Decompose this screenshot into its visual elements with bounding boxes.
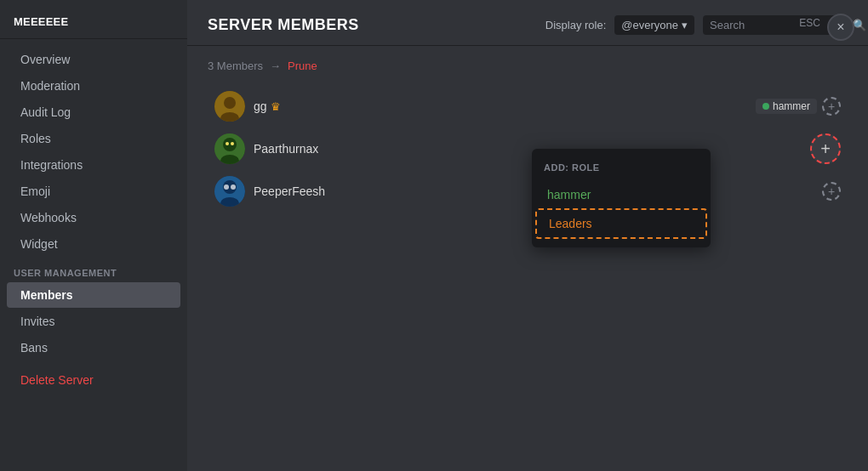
member-row-gg: gg ♛ hammer +: [208, 86, 848, 127]
role-option-hammer[interactable]: hammer: [535, 181, 707, 208]
sidebar-item-bans[interactable]: Bans: [7, 335, 180, 360]
members-bar: 3 Members → Prune: [208, 60, 848, 72]
display-role-select[interactable]: @everyone ▾: [614, 15, 694, 35]
member-name-gg: gg ♛: [254, 99, 747, 113]
sidebar-item-members[interactable]: Members: [7, 282, 180, 308]
member-row-peeperfeesh: PeeperFeesh +: [208, 171, 848, 212]
close-button[interactable]: ×: [827, 14, 854, 41]
sidebar-item-emoji[interactable]: Emoji: [7, 179, 180, 204]
member-roles-paarthurnax: +: [810, 133, 841, 164]
role-dot: [762, 103, 769, 110]
member-name-paarthurnax: Paarthurnax: [254, 142, 802, 156]
sidebar-item-moderation[interactable]: Moderation: [7, 73, 180, 99]
search-icon: 🔍: [853, 19, 866, 31]
add-label: ADD:: [544, 162, 569, 173]
page-title: SERVER MEMBERS: [208, 16, 359, 34]
sidebar-nav: Overview Moderation Audit Log Roles Inte…: [0, 39, 187, 462]
sidebar: MEEEEEE Overview Moderation Audit Log Ro…: [0, 0, 187, 471]
role-dropdown: ADD: Role hammer Leaders: [532, 149, 711, 247]
user-management-section-label: USER MANAGEMENT: [0, 258, 187, 281]
svg-point-4: [223, 138, 237, 151]
svg-point-1: [224, 97, 236, 109]
add-role-button-peeperfeesh[interactable]: +: [822, 182, 841, 201]
avatar-gg: [214, 91, 245, 122]
add-role-button-paarthurnax[interactable]: +: [810, 133, 841, 164]
esc-label: ESC: [799, 17, 820, 29]
members-list: 3 Members → Prune gg ♛ hammer: [187, 46, 868, 471]
avatar-paarthurnax: [214, 133, 245, 164]
member-roles-gg: hammer +: [756, 97, 841, 116]
svg-point-11: [224, 184, 229, 190]
svg-point-6: [226, 142, 229, 145]
sidebar-item-integrations[interactable]: Integrations: [7, 152, 180, 178]
search-bar: 🔍: [703, 15, 848, 35]
sidebar-item-audit-log[interactable]: Audit Log: [7, 99, 180, 125]
prune-link[interactable]: Prune: [288, 60, 317, 72]
sidebar-item-webhooks[interactable]: Webhooks: [7, 205, 180, 230]
role-option-leaders[interactable]: Leaders: [535, 208, 707, 239]
sidebar-item-widget[interactable]: Widget: [7, 231, 180, 257]
member-row-paarthurnax: Paarthurnax +: [208, 128, 848, 169]
arrow-separator: →: [270, 60, 281, 72]
members-count: 3 Members: [208, 60, 263, 72]
sidebar-item-invites[interactable]: Invites: [7, 309, 180, 334]
avatar-peeperfeesh: [214, 176, 245, 207]
sidebar-item-roles[interactable]: Roles: [7, 126, 180, 151]
delete-server-button[interactable]: Delete Server: [7, 367, 180, 393]
sidebar-item-overview[interactable]: Overview: [7, 47, 180, 72]
chevron-down-icon: ▾: [682, 19, 688, 31]
add-role-button-gg[interactable]: +: [822, 97, 841, 116]
main-header: SERVER MEMBERS Display role: @everyone ▾…: [187, 0, 868, 46]
role-dropdown-header: ADD: Role: [532, 157, 711, 181]
display-role-label: Display role:: [545, 19, 607, 31]
server-name: MEEEEEE: [0, 9, 187, 39]
svg-point-12: [231, 184, 236, 190]
svg-point-7: [231, 142, 234, 145]
role-tag-hammer: hammer: [756, 99, 817, 114]
main-content: SERVER MEMBERS Display role: @everyone ▾…: [187, 0, 868, 471]
crown-icon: ♛: [271, 100, 281, 113]
member-roles-peeperfeesh: +: [822, 182, 841, 201]
